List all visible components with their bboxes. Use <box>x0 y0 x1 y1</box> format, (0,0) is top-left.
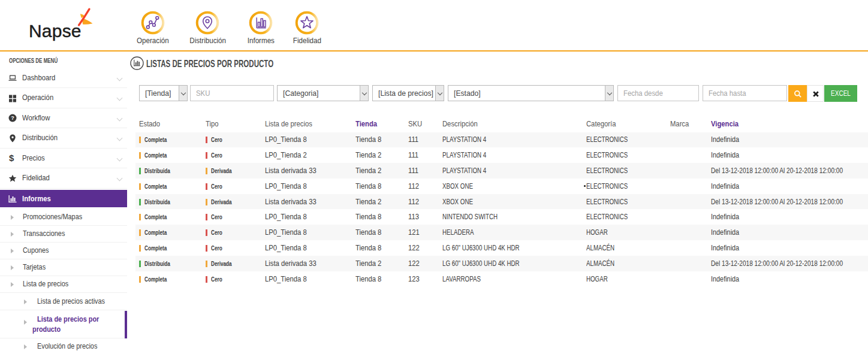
svg-text:?: ? <box>11 115 14 121</box>
